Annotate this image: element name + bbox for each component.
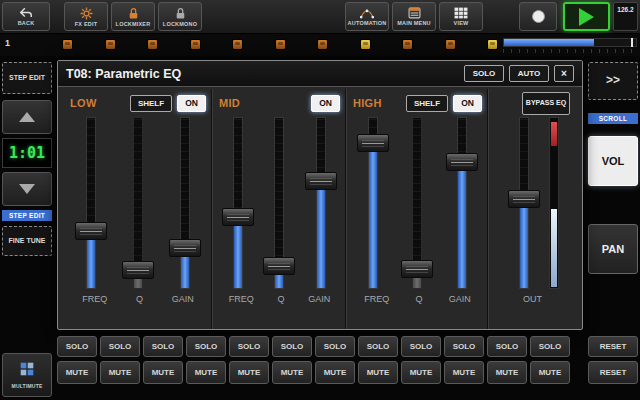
pattern-indicator-2[interactable]: [105, 39, 116, 50]
dialog-solo-button[interactable]: SOLO: [464, 65, 504, 82]
step-edit-button[interactable]: STEP EDIT: [2, 62, 52, 94]
eq-band-mid: MIDONFREQQGAIN: [212, 89, 346, 329]
mute-reset-button[interactable]: RESET: [588, 361, 638, 384]
slider-gain[interactable]: [303, 117, 339, 289]
vol-label: VOL: [602, 155, 625, 167]
slider-freq[interactable]: [220, 117, 256, 289]
pattern-indicator-5[interactable]: [232, 39, 243, 50]
mute-button-track-8[interactable]: MUTE: [358, 361, 398, 384]
dialog-titlebar[interactable]: T08: Parametric EQ SOLO AUTO ×: [58, 61, 582, 87]
slider-handle[interactable]: [401, 260, 433, 278]
shelf-toggle-low[interactable]: SHELF: [130, 95, 172, 112]
slider-handle[interactable]: [122, 261, 154, 279]
slider-freq[interactable]: [73, 117, 109, 289]
play-button[interactable]: [563, 2, 610, 31]
slider-q[interactable]: [120, 117, 156, 289]
solo-button-track-2[interactable]: SOLO: [100, 336, 140, 357]
record-button[interactable]: [519, 2, 557, 31]
step-down-button[interactable]: [2, 172, 52, 206]
mute-button-track-3[interactable]: MUTE: [143, 361, 183, 384]
pattern-indicator-9[interactable]: [402, 39, 413, 50]
pattern-indicator-7[interactable]: [317, 39, 328, 50]
row-spacer: [573, 361, 585, 384]
on-toggle-high[interactable]: ON: [453, 95, 482, 112]
solo-button-track-5[interactable]: SOLO: [229, 336, 269, 357]
slider-label: GAIN: [449, 294, 471, 304]
slider-handle[interactable]: [263, 257, 295, 275]
mute-button-track-2[interactable]: MUTE: [100, 361, 140, 384]
main-menu-button[interactable]: MAIN MENU: [392, 2, 436, 31]
on-toggle-low[interactable]: ON: [177, 95, 206, 112]
pattern-indicator-3[interactable]: [147, 39, 158, 50]
step-up-button[interactable]: [2, 100, 52, 134]
pattern-indicator-8[interactable]: [360, 39, 371, 50]
lock-mixer-button[interactable]: LOCKMIXER: [111, 2, 155, 31]
solo-button-track-7[interactable]: SOLO: [315, 336, 355, 357]
slider-label: Q: [415, 294, 422, 304]
pattern-indicator-4[interactable]: [190, 39, 201, 50]
slider-handle[interactable]: [357, 134, 389, 152]
mute-button-track-10[interactable]: MUTE: [444, 361, 484, 384]
solo-button-track-6[interactable]: SOLO: [272, 336, 312, 357]
pattern-indicator-1[interactable]: [62, 39, 73, 50]
out-slider-labels: OUT: [493, 291, 572, 307]
solo-button-track-9[interactable]: SOLO: [401, 336, 441, 357]
mute-button-track-7[interactable]: MUTE: [315, 361, 355, 384]
vol-button[interactable]: VOL: [588, 136, 638, 186]
mute-button-track-1[interactable]: MUTE: [57, 361, 97, 384]
view-button[interactable]: VIEW: [439, 2, 483, 31]
on-toggle-mid[interactable]: ON: [311, 95, 340, 112]
slider-handle[interactable]: [508, 190, 540, 208]
slider-handle[interactable]: [222, 208, 254, 226]
solo-button-track-12[interactable]: SOLO: [530, 336, 570, 357]
multimute-label: MULTIMUTE: [12, 383, 43, 389]
mute-button-track-6[interactable]: MUTE: [272, 361, 312, 384]
slider-freq[interactable]: [355, 117, 391, 289]
automation-button[interactable]: AUTOMATION: [345, 2, 389, 31]
multimute-button[interactable]: MULTIMUTE: [2, 353, 52, 397]
shelf-toggle-high[interactable]: SHELF: [406, 95, 448, 112]
out-level-meter: [549, 117, 559, 289]
fine-tune-button[interactable]: FINE TUNE: [2, 226, 52, 256]
solo-button-track-1[interactable]: SOLO: [57, 336, 97, 357]
solo-button-track-3[interactable]: SOLO: [143, 336, 183, 357]
pan-button[interactable]: PAN: [588, 224, 638, 274]
fx-edit-button[interactable]: FX EDIT: [64, 2, 108, 31]
mute-button-track-11[interactable]: MUTE: [487, 361, 527, 384]
scroll-forward-button[interactable]: >>: [588, 62, 638, 100]
pattern-indicator-10[interactable]: [445, 39, 456, 50]
solo-button-track-11[interactable]: SOLO: [487, 336, 527, 357]
mute-button-track-12[interactable]: MUTE: [530, 361, 570, 384]
solo-button-track-4[interactable]: SOLO: [186, 336, 226, 357]
slider-handle[interactable]: [446, 153, 478, 171]
back-label: BACK: [18, 20, 35, 26]
pattern-indicator-6[interactable]: [275, 39, 286, 50]
tempo-display[interactable]: 126.2: [613, 2, 638, 31]
dialog-close-button[interactable]: ×: [554, 65, 574, 82]
progress-tick: [631, 38, 633, 47]
meter-clip-indicator: [551, 122, 557, 146]
pattern-indicator-11[interactable]: [487, 39, 498, 50]
slider-out[interactable]: [506, 117, 542, 289]
solo-reset-button[interactable]: RESET: [588, 336, 638, 357]
slider-handle[interactable]: [169, 239, 201, 257]
band-name: LOW: [70, 97, 125, 109]
solo-button-track-10[interactable]: SOLO: [444, 336, 484, 357]
mute-button-track-9[interactable]: MUTE: [401, 361, 441, 384]
dialog-body: LOWSHELFONFREQQGAINMIDONFREQQGAINHIGHSHE…: [58, 87, 582, 329]
dialog-auto-button[interactable]: AUTO: [509, 65, 549, 82]
bypass-eq-button[interactable]: BYPASS EQ: [522, 92, 570, 115]
solo-button-track-8[interactable]: SOLO: [358, 336, 398, 357]
mute-button-track-4[interactable]: MUTE: [186, 361, 226, 384]
lock-mono-button[interactable]: LOCKMONO: [158, 2, 202, 31]
slider-q[interactable]: [399, 117, 435, 289]
slider-q[interactable]: [261, 117, 297, 289]
out-panel-head: BYPASS EQ: [493, 89, 572, 115]
playback-progress-bar[interactable]: [503, 38, 637, 47]
mute-button-track-5[interactable]: MUTE: [229, 361, 269, 384]
slider-handle[interactable]: [75, 222, 107, 240]
slider-gain[interactable]: [444, 117, 480, 289]
slider-handle[interactable]: [305, 172, 337, 190]
back-button[interactable]: BACK: [2, 2, 50, 31]
slider-gain[interactable]: [167, 117, 203, 289]
